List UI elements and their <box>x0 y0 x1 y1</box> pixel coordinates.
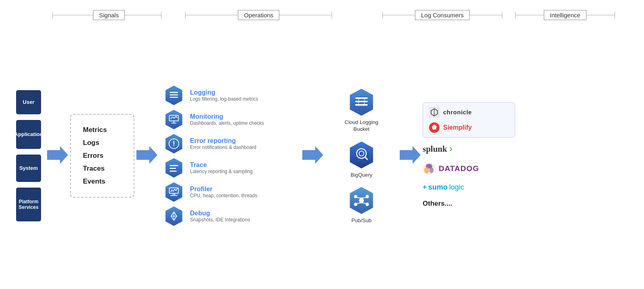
op-profiler: Profiler CPU, heap, contention, threads <box>163 182 300 202</box>
chronicle-icon <box>429 107 440 118</box>
splunk-label: splunk <box>423 144 447 154</box>
op-logging: Logging Logs filtering, log-based metric… <box>163 85 300 106</box>
consumer-pubsub-label: Pub/Sub <box>351 217 372 223</box>
bigquery-icon <box>347 140 376 169</box>
arrow-sources-to-signals <box>47 146 68 165</box>
monitoring-icon <box>163 109 184 130</box>
svg-marker-27 <box>302 146 323 164</box>
svg-point-57 <box>429 167 433 173</box>
op-debug: Debug Snapshots, IDE Integrations <box>163 206 300 227</box>
svg-rect-3 <box>170 92 178 93</box>
profiler-icon <box>163 182 184 202</box>
svg-rect-15 <box>170 165 178 166</box>
svg-marker-0 <box>47 146 68 164</box>
svg-point-42 <box>354 203 357 206</box>
splunk-arrow-icon: › <box>450 144 452 153</box>
chronicle-label: chronicle <box>443 109 472 116</box>
debug-icon <box>163 206 184 227</box>
svg-rect-16 <box>170 168 176 169</box>
sumologic-label-2: logic <box>449 183 464 192</box>
sources-column: User Application System Platform Service… <box>16 90 41 221</box>
datadog-label: DATADOG <box>439 164 479 173</box>
svg-point-40 <box>354 195 357 198</box>
signal-errors: Errors <box>83 152 122 160</box>
diagram: Signals Operations Log Consumers Intelli… <box>12 8 632 281</box>
op-error-reporting: Error reporting Error notifications & da… <box>163 133 300 154</box>
svg-rect-30 <box>355 101 367 102</box>
svg-line-45 <box>361 198 366 198</box>
sumologic-row: + sumologic <box>423 182 515 193</box>
svg-point-56 <box>424 167 429 173</box>
op-trace-text: Trace Latency reporting & sampling <box>190 161 252 174</box>
signal-metrics: Metrics <box>83 126 122 134</box>
svg-marker-48 <box>400 146 421 164</box>
others-row: Others.... <box>423 198 515 209</box>
signal-logs: Logs <box>83 139 122 147</box>
op-debug-title: Debug <box>190 210 250 217</box>
siemplify-label: Siemplify <box>443 124 472 131</box>
op-error-reporting-desc: Error notifications & dashboard <box>190 144 256 150</box>
siemplify-row: Siemplify <box>429 122 509 133</box>
svg-marker-34 <box>350 142 373 169</box>
arrow-consumers-to-intelligence <box>400 146 421 165</box>
signals-label: Signals <box>93 10 125 20</box>
svg-rect-4 <box>170 94 178 95</box>
source-user: User <box>16 90 41 114</box>
svg-rect-31 <box>355 104 367 105</box>
source-system: System <box>16 155 41 182</box>
consumer-cloud-logging-bucket-label: Cloud LoggingBucket <box>345 119 378 133</box>
svg-line-44 <box>357 198 361 198</box>
consumer-cloud-logging-bucket: Cloud LoggingBucket <box>345 88 378 133</box>
cloud-logging-bucket-icon <box>347 88 376 117</box>
signal-traces: Traces <box>83 165 122 173</box>
pubsub-icon <box>347 186 376 215</box>
op-monitoring-title: Monitoring <box>190 113 264 120</box>
op-trace-desc: Latency reporting & sampling <box>190 169 252 174</box>
datadog-icon <box>423 162 436 175</box>
consumer-pubsub: Pub/Sub <box>347 186 376 223</box>
op-monitoring-text: Monitoring Dashboards, alerts, uptime ch… <box>190 113 264 126</box>
trace-icon <box>163 157 184 178</box>
svg-marker-1 <box>136 146 157 164</box>
log-consumers-label: Log Consumers <box>415 10 470 20</box>
op-logging-title: Logging <box>190 89 258 96</box>
svg-line-46 <box>357 203 361 203</box>
datadog-row: DATADOG <box>423 161 515 177</box>
chronicle-siemplify-box: chronicle Siemplify <box>423 102 515 138</box>
arrow-signals-to-operations <box>136 146 157 165</box>
svg-marker-6 <box>165 109 182 129</box>
source-platform-services: Platform Services <box>16 188 41 221</box>
signals-box: Metrics Logs Errors Traces Events <box>70 114 134 198</box>
op-error-reporting-title: Error reporting <box>190 137 256 144</box>
op-monitoring: Monitoring Dashboards, alerts, uptime ch… <box>163 109 300 130</box>
operations-column: Logging Logs filtering, log-based metric… <box>163 85 300 227</box>
svg-line-47 <box>361 203 366 203</box>
op-logging-desc: Logs filtering, log-based metrics <box>190 96 258 102</box>
svg-point-39 <box>359 198 364 203</box>
op-profiler-desc: CPU, heap, contention, threads <box>190 193 257 198</box>
siemplify-icon <box>429 122 440 133</box>
op-debug-text: Debug Snapshots, IDE Integrations <box>190 210 250 223</box>
error-reporting-icon <box>163 133 184 154</box>
op-profiler-text: Profiler CPU, heap, contention, threads <box>190 186 257 198</box>
svg-marker-18 <box>165 182 182 202</box>
svg-rect-5 <box>170 97 178 98</box>
others-label: Others.... <box>423 200 452 207</box>
intelligence-label: Intelligence <box>544 10 586 20</box>
logging-icon <box>163 85 184 106</box>
sumologic-label: sumo <box>428 183 448 192</box>
operations-label: Operations <box>238 10 279 20</box>
svg-rect-17 <box>170 170 177 171</box>
consumer-bigquery: BigQuery <box>347 140 376 178</box>
op-error-reporting-text: Error reporting Error notifications & da… <box>190 137 256 150</box>
consumers-column: Cloud LoggingBucket BigQuery <box>325 88 398 224</box>
signal-events: Events <box>83 178 122 186</box>
source-application: Application <box>16 120 41 149</box>
sumo-plus-icon: + <box>423 183 427 191</box>
op-debug-desc: Snapshots, IDE Integrations <box>190 217 250 223</box>
arrow-operations-to-consumers <box>302 146 323 165</box>
splunk-row: splunk › <box>423 142 515 156</box>
op-profiler-title: Profiler <box>190 186 257 193</box>
intelligence-column: chronicle Siemplify splunk › <box>423 102 515 209</box>
op-logging-text: Logging Logs filtering, log-based metric… <box>190 89 258 102</box>
